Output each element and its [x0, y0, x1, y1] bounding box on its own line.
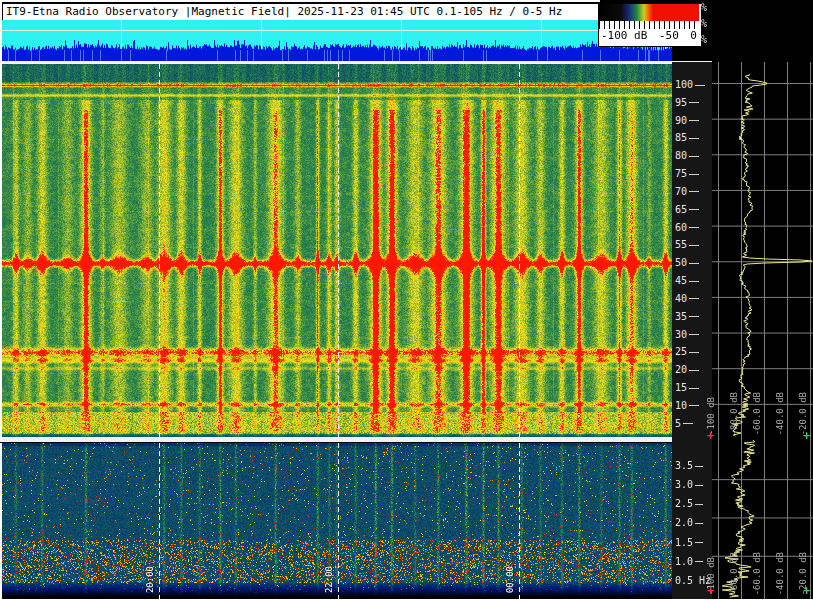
freq-tick: 2.0 [675, 517, 703, 529]
freq-tick-text: 1.5 [675, 537, 693, 548]
freq-tick-text: 60 [675, 222, 687, 233]
freq-tick: 35 [675, 311, 699, 323]
percent-label: % [701, 34, 715, 46]
cursor-marker-icon: + [707, 586, 714, 596]
app-window: IT9-Etna Radio Observatory |Magnetic Fie… [0, 0, 813, 601]
freq-tick-text: 2.0 [675, 517, 693, 528]
freq-tick-text: 95 [675, 97, 687, 108]
freq-tick-mark [689, 102, 699, 103]
freq-tick-mark [689, 120, 699, 121]
freq-tick-text: 5 [675, 418, 681, 429]
freq-tick-text: 25 [675, 346, 687, 357]
freq-tick: 2.5 [675, 498, 703, 510]
freq-tick-mark [689, 174, 699, 175]
freq-tick-mark [695, 504, 703, 505]
freq-tick-mark [689, 209, 699, 210]
lower-spectrogram-canvas [2, 443, 672, 599]
freq-tick: 95 [675, 97, 699, 109]
freq-tick-mark [695, 85, 705, 86]
cursor-marker-icon: + [803, 586, 810, 596]
spectrum-db-label-upper: -80.0 dB [729, 392, 739, 435]
freq-tick: 85 [675, 132, 699, 144]
time-axis-label: 22:00 [324, 566, 334, 593]
freq-tick: 5 [675, 418, 693, 430]
freq-tick-mark [689, 405, 699, 406]
freq-tick: 80 [675, 150, 699, 162]
freq-tick-text: 40 [675, 293, 687, 304]
freq-tick-text: 100 [675, 79, 693, 90]
freq-tick-mark [689, 281, 699, 282]
freq-tick-mark [689, 298, 699, 299]
spectrum-db-label-lower: -40.0 dB [775, 552, 785, 595]
spectrum-db-label-upper: -40.0 dB [775, 392, 785, 435]
freq-tick: 3.0 [675, 479, 703, 491]
scale-mid-label: -50 [659, 29, 679, 44]
freq-tick-text: 65 [675, 204, 687, 215]
time-axis-label: 20:00 [145, 566, 155, 593]
freq-tick-mark [689, 263, 699, 264]
freq-tick-text: 35 [675, 311, 687, 322]
window-border-top [0, 0, 600, 2]
scale-min-label: -100 dB [601, 29, 647, 44]
amplitude-strip-display [2, 20, 672, 62]
freq-tick-text: 75 [675, 168, 687, 179]
freq-tick-mark [689, 388, 699, 389]
freq-tick-text: 85 [675, 132, 687, 143]
freq-tick-mark [689, 191, 699, 192]
freq-tick-mark [695, 485, 703, 486]
freq-tick-mark [695, 523, 703, 524]
freq-tick-mark [689, 352, 699, 353]
scale-max-label: 0 [690, 29, 697, 44]
time-axis-label: 00:00 [505, 566, 515, 593]
freq-tick-mark [689, 245, 699, 246]
spectrum-db-label-lower: -80.0 dB [729, 552, 739, 595]
percent-label: % [701, 2, 715, 14]
freq-tick: 55 [675, 239, 699, 251]
freq-tick: 15 [675, 382, 699, 394]
freq-tick-text: 10 [675, 400, 687, 411]
freq-tick-mark [689, 138, 699, 139]
frequency-axis-upper: 1009590858075706560555045403530252015105 [672, 62, 712, 437]
freq-tick: 20 [675, 364, 699, 376]
freq-tick-mark [683, 423, 693, 424]
freq-tick-mark [689, 316, 699, 317]
freq-tick-text: 15 [675, 382, 687, 393]
freq-tick: 70 [675, 186, 699, 198]
freq-tick-mark [689, 227, 699, 228]
freq-tick: 3.5 [675, 460, 703, 472]
freq-tick: 100 [675, 79, 705, 91]
freq-tick-text: 3.5 [675, 460, 693, 471]
freq-tick-mark [689, 370, 699, 371]
spectrum-side-panel: -100 dB-80.0 dB-60.0 dB-40.0 dB-20.0 dB-… [712, 62, 813, 599]
percent-unit-column: %%% [701, 2, 715, 46]
cursor-marker-icon: + [707, 431, 714, 441]
percent-label: % [701, 18, 715, 30]
freq-tick-text: 1.0 [675, 556, 693, 567]
freq-tick-text: 50 [675, 257, 687, 268]
cursor-marker-icon: + [803, 431, 810, 441]
freq-tick: 25 [675, 346, 699, 358]
freq-tick-text: 3.0 [675, 479, 693, 490]
color-scale-legend: -100 dB -50 0 [598, 3, 702, 47]
freq-tick: 10 [675, 400, 699, 412]
freq-tick-text: 55 [675, 239, 687, 250]
freq-tick-text: 30 [675, 329, 687, 340]
title-bar: IT9-Etna Radio Observatory |Magnetic Fie… [2, 3, 603, 21]
freq-tick: 90 [675, 115, 699, 127]
freq-tick: 1.0 [675, 556, 703, 568]
color-scale-labels: -100 dB -50 0 [599, 29, 699, 44]
freq-tick: 30 [675, 329, 699, 341]
color-scale-gradient [599, 4, 699, 21]
freq-tick-mark [689, 334, 699, 335]
freq-tick: 75 [675, 168, 699, 180]
freq-tick-mark [695, 466, 703, 467]
freq-tick: 45 [675, 275, 699, 287]
freq-tick-text: 70 [675, 186, 687, 197]
freq-tick-mark [695, 561, 703, 562]
freq-tick-mark [695, 542, 703, 543]
freq-tick: 50 [675, 257, 699, 269]
main-spectrogram-canvas [2, 64, 672, 437]
freq-tick-mark [689, 156, 699, 157]
freq-tick-text: 20 [675, 364, 687, 375]
freq-tick: 40 [675, 293, 699, 305]
